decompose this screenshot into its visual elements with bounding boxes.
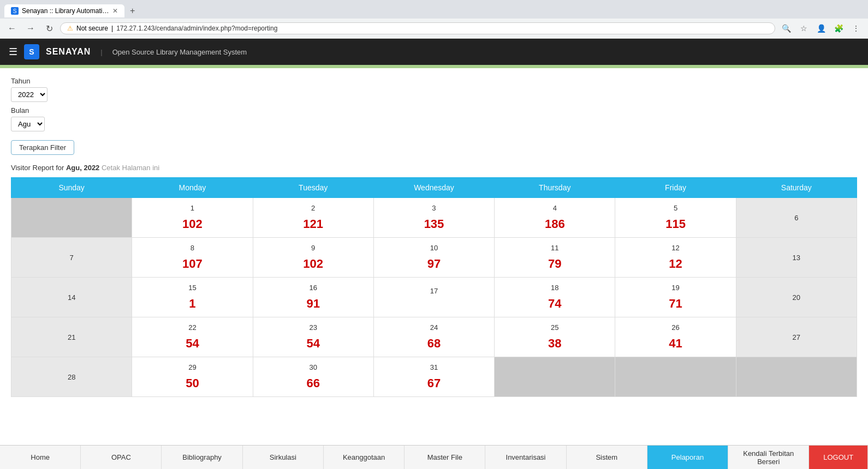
day-number: 6 [794,214,798,222]
bulan-label: Bulan [11,106,857,115]
day-count: 67 [427,376,441,390]
calendar-cell: 1102 [132,198,253,238]
day-count: 54 [186,336,199,351]
day-number: 12 [671,244,679,252]
col-saturday: Saturday [736,178,857,198]
day-count: 74 [548,297,561,311]
calendar-cell: 1212 [615,238,736,278]
day-number: 16 [309,284,317,292]
calendar-cell: 1097 [373,238,494,278]
day-number: 17 [430,287,438,295]
tahun-label: Tahun [11,77,857,85]
browser-chrome: S Senayan :: Library Automation S... ✕ + [0,0,868,19]
calendar-cell [736,357,857,397]
day-number: 23 [309,323,317,332]
day-number: 22 [188,323,196,332]
day-count: 68 [427,336,441,351]
tahun-select[interactable]: 2022 2021 2020 2023 [11,87,47,102]
calendar-cell: 20 [736,278,857,317]
browser-toolbar: ← → ↻ ⚠ Not secure | 172.27.1.243/cendan… [0,19,868,39]
app-name: SENAYAN [46,47,91,57]
calendar-cell: 14 [11,278,132,317]
profile-icon[interactable]: 👤 [813,21,829,36]
address-bar[interactable]: ⚠ Not secure | 172.27.1.243/cendana/admi… [60,22,775,34]
day-number: 4 [553,204,557,212]
calendar-cell: 1874 [495,278,615,317]
col-sunday: Sunday [11,178,132,198]
day-number: 15 [188,284,196,292]
day-number: 27 [793,333,800,341]
calendar-cell: 13 [736,238,857,278]
hamburger-icon[interactable]: ☰ [9,46,17,58]
calendar-cell [495,357,615,397]
bulan-select[interactable]: Agu JanFebMar AprMeiJun JulSepOkt NovDes [11,117,45,131]
calendar-cell: 6 [736,198,857,238]
active-tab[interactable]: S Senayan :: Library Automation S... ✕ [4,4,124,17]
filter-section: Tahun 2022 2021 2020 2023 Bulan Agu JanF… [11,77,857,155]
calendar-cell: 17 [373,278,494,317]
day-count: 54 [306,336,319,351]
day-count: 102 [303,257,323,271]
calendar-table: Sunday Monday Tuesday Wednesday Thursday… [11,177,857,397]
day-number: 13 [793,254,800,262]
calendar-week-row: 78107910210971179121213 [11,238,857,278]
day-number: 24 [430,323,438,332]
browser-tabs: S Senayan :: Library Automation S... ✕ + [4,3,864,19]
url-not-secure: Not secure [76,25,108,32]
calendar-cell: 1179 [495,238,615,278]
refresh-button[interactable]: ↻ [41,21,57,36]
calendar-cell: 1971 [615,278,736,317]
col-monday: Monday [132,178,253,198]
apply-filter-button[interactable]: Terapkan Filter [11,140,74,155]
day-count: 79 [548,257,561,271]
day-count: 121 [303,217,323,231]
col-friday: Friday [615,178,736,198]
day-count: 135 [424,217,444,231]
day-number: 11 [551,244,558,252]
day-number: 2 [311,204,315,212]
zoom-icon[interactable]: 🔍 [778,21,794,36]
day-number: 30 [309,363,317,371]
main-content: Tahun 2022 2021 2020 2023 Bulan Agu JanF… [0,68,868,406]
lock-icon: ⚠ [67,25,73,32]
day-number: 9 [311,244,315,252]
calendar-cell: 2121 [253,198,373,238]
day-number: 26 [671,323,679,332]
report-header: Visitor Report for Agu, 2022 Cetak Halam… [11,164,857,172]
calendar-cell [11,198,132,238]
col-thursday: Thursday [495,178,615,198]
day-count: 12 [669,257,682,271]
extension-icon[interactable]: 🧩 [831,21,846,36]
url-separator: | [111,25,113,32]
report-month-year: Agu, 2022 [66,164,99,172]
calendar-cell: 2950 [132,357,253,397]
app-subtitle: Open Source Library Management System [112,48,247,56]
day-count: 115 [665,217,686,231]
forward-button[interactable]: → [23,21,38,36]
day-number: 25 [551,323,558,332]
day-count: 107 [182,257,203,271]
back-button[interactable]: ← [4,21,20,36]
calendar-week-row: 28295030663167 [11,357,857,397]
tab-favicon: S [11,7,19,15]
print-link[interactable]: Cetak Halaman ini [102,164,159,172]
day-number: 28 [68,373,75,381]
app-logo: S [24,44,39,59]
app-header: ☰ S SENAYAN | Open Source Library Manage… [0,39,868,65]
day-count: 186 [545,217,565,231]
calendar-cell: 3167 [373,357,494,397]
calendar-week-row: 141511691171874197120 [11,278,857,317]
tab-close-icon[interactable]: ✕ [112,7,118,15]
bookmark-icon[interactable]: ☆ [796,21,811,36]
calendar-body: 1102212131354186511567810791021097117912… [11,198,857,397]
report-title-prefix: Visitor Report for [11,164,64,172]
day-count: 1 [189,297,195,311]
new-tab-button[interactable]: + [126,3,139,19]
calendar-cell: 151 [132,278,253,317]
menu-icon[interactable]: ⋮ [848,21,864,36]
calendar-cell: 1691 [253,278,373,317]
header-row: Sunday Monday Tuesday Wednesday Thursday… [11,178,857,198]
app-divider: | [100,48,102,56]
calendar-cell [615,357,736,397]
calendar-cell: 2641 [615,317,736,357]
